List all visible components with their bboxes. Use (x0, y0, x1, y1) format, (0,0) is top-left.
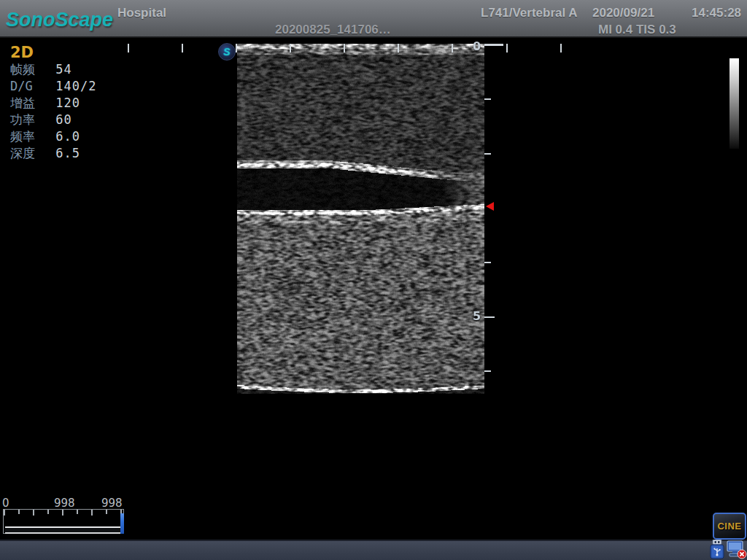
top-ruler-tick (128, 44, 129, 52)
top-ruler-tick (290, 44, 291, 52)
cine-total-frames: 998 (101, 497, 123, 510)
param-frequency: 频率 6.0 (10, 128, 96, 145)
top-ruler-tick (506, 44, 508, 52)
network-disconnected-icon[interactable] (727, 540, 747, 559)
imaging-mode-label: 2D (10, 44, 34, 61)
depth-ruler-tick (484, 262, 491, 263)
param-depth: 深度 6.5 (10, 145, 96, 162)
sonoscape-s-badge-icon: S (218, 43, 236, 61)
depth-ruler-5cm: 5 (473, 309, 481, 323)
clock-time: 14:45:28 (692, 6, 741, 20)
depth-ruler-origin: 0 (473, 39, 481, 53)
cine-ruler-tick (47, 510, 49, 514)
param-frame-rate: 帧频 54 (10, 61, 96, 78)
ultrasound-screen: { "header": { "brand": "SonoScape", "hos… (0, 0, 747, 560)
cine-start-frame: 0 (2, 497, 9, 510)
sonoscape-logo: SonoScape (6, 9, 113, 31)
patient-exam-id: 20200825_141706… (275, 23, 391, 37)
exam-date: 2020/09/21 (592, 6, 654, 20)
mi-tis-readout: MI 0.4 TIS 0.3 (598, 23, 676, 37)
depth-ruler-tick (484, 44, 503, 46)
cine-current-frame: 998 (54, 497, 75, 510)
depth-ruler-tick (484, 98, 491, 100)
cine-ruler-tick (106, 510, 107, 514)
cine-scrollbar-track[interactable] (5, 526, 120, 534)
title-bar: SonoScape Hospital L741/Vertebral A 2020… (0, 0, 747, 38)
cine-scrollbar[interactable] (3, 509, 124, 534)
param-power: 功率 60 (10, 112, 96, 128)
top-ruler-tick (344, 44, 345, 52)
top-ruler-tick (560, 44, 562, 52)
grayscale-map-bar (729, 58, 739, 149)
ultrasound-image (237, 44, 484, 394)
top-ruler-tick (182, 44, 183, 52)
usb-device-icon[interactable] (708, 540, 726, 559)
status-bar (0, 540, 747, 560)
depth-ruler-tick (484, 316, 495, 318)
cine-ruler-tick (18, 510, 20, 514)
cine-ruler-tick (62, 510, 63, 516)
cine-ruler-tick (91, 510, 93, 516)
depth-ruler-tick (484, 153, 491, 155)
parameter-panel: 帧频 54 D/G 140/2 增益 120 功率 60 频率 6.0 深度 6… (10, 61, 96, 162)
depth-ruler-tick (484, 370, 491, 372)
focus-position-marker-icon (486, 202, 494, 211)
probe-preset: L741/Vertebral A (481, 6, 578, 20)
param-gain: 增益 120 (10, 95, 96, 112)
cine-scrollbar-thumb[interactable] (120, 513, 124, 534)
top-ruler-tick (236, 44, 237, 52)
cine-ruler-tick (4, 510, 5, 516)
cine-ruler-tick (77, 510, 78, 514)
cine-ruler-tick (33, 510, 34, 516)
hospital-name: Hospital (117, 6, 166, 20)
top-ruler-tick (452, 44, 453, 52)
cine-button[interactable]: CINE (713, 513, 746, 540)
top-ruler-tick (398, 44, 399, 52)
param-dynamic-range: D/G 140/2 (10, 78, 96, 95)
